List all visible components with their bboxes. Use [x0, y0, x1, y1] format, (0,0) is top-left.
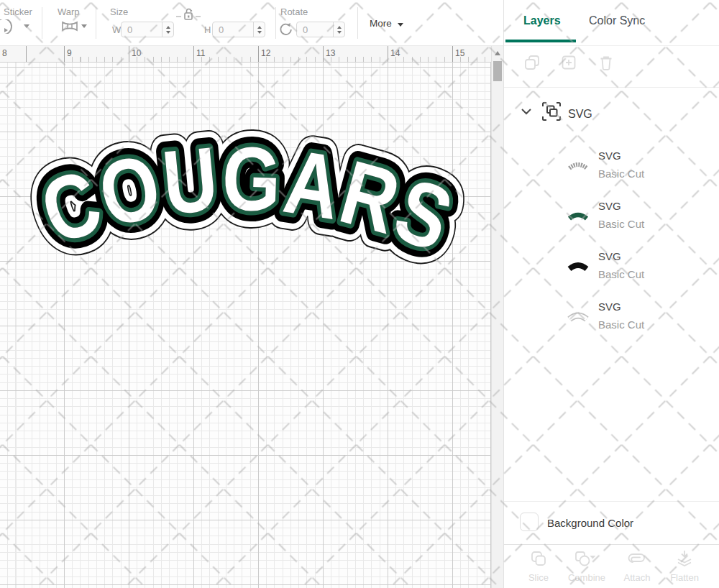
- more-caret-icon: [398, 23, 403, 27]
- attach-label: Attach: [612, 572, 662, 583]
- toolbar-separator: [357, 7, 358, 39]
- rotate-input[interactable]: 0: [296, 22, 345, 37]
- warp-icon[interactable]: [61, 19, 78, 32]
- size-section-label: Size: [110, 6, 128, 17]
- layers-panel: Layers Color Sync SVG SVG Basi: [503, 0, 719, 588]
- background-color-label: Background Color: [547, 517, 633, 529]
- duplicate-layer-icon[interactable]: [524, 55, 540, 70]
- flatten-button[interactable]: Flatten: [659, 550, 710, 583]
- horizontal-ruler: 8 9 10 11 12 13 14 15: [0, 46, 491, 63]
- slice-label: Slice: [513, 572, 564, 583]
- height-stepper[interactable]: [253, 22, 265, 37]
- height-label: H: [204, 24, 211, 35]
- layer-subtitle: Basic Cut: [598, 215, 644, 233]
- layer-title: SVG: [598, 197, 644, 215]
- layer-thumbnail-green-arc: [567, 208, 589, 222]
- combine-button[interactable]: Combine: [562, 550, 612, 583]
- slice-icon: [530, 550, 547, 567]
- attach-icon: [627, 550, 647, 567]
- add-layer-icon[interactable]: [561, 55, 577, 70]
- toolbar-separator: [96, 7, 96, 39]
- ruler-number: 13: [326, 48, 335, 58]
- flatten-icon: [675, 550, 694, 567]
- layer-thumbnail-text-arc: [567, 157, 589, 172]
- ruler-number: 12: [261, 48, 270, 58]
- toolbar-separator: [42, 7, 42, 39]
- rotate-stepper[interactable]: [333, 22, 344, 37]
- panel-tabs: Layers Color Sync: [504, 0, 719, 46]
- tab-layers[interactable]: Layers: [523, 14, 561, 27]
- ruler-number: 11: [196, 48, 205, 58]
- ruler-number: 8: [2, 48, 7, 58]
- panel-divider: [504, 87, 719, 88]
- flatten-label: Flatten: [659, 572, 710, 583]
- rotate-section-label: Rotate: [280, 6, 308, 17]
- warp-section-label: Warp: [58, 6, 80, 17]
- width-input[interactable]: 0: [121, 22, 174, 37]
- layer-row[interactable]: SVG Basic Cut: [504, 191, 719, 239]
- more-button[interactable]: More: [370, 18, 403, 29]
- attach-button[interactable]: Attach: [612, 550, 662, 583]
- layer-actions-bar: Slice Combine Attach Flatten: [504, 545, 719, 588]
- layer-thumbnail-white-arc: [567, 308, 589, 323]
- layer-row[interactable]: SVG Basic Cut: [504, 292, 719, 339]
- rotate-icon[interactable]: [278, 22, 293, 36]
- layer-thumbnail-black-arc: [567, 258, 589, 272]
- ruler-number: 9: [67, 48, 72, 58]
- scroll-up-arrow-icon[interactable]: [495, 51, 500, 55]
- sticker-style-icon[interactable]: [0, 19, 17, 34]
- height-input[interactable]: 0: [212, 22, 265, 37]
- slice-button[interactable]: Slice: [513, 550, 564, 583]
- collapse-chevron-icon[interactable]: [521, 107, 532, 116]
- tab-color-sync[interactable]: Color Sync: [589, 14, 645, 27]
- width-label: W: [112, 24, 121, 35]
- toolbar-separator: [275, 7, 276, 39]
- layer-row[interactable]: SVG Basic Cut: [504, 141, 719, 188]
- ruler-number: 10: [132, 48, 141, 58]
- layer-subtitle: Basic Cut: [598, 165, 644, 183]
- ruler-number: 14: [390, 48, 400, 58]
- top-toolbar: Sticker Warp Size W 0 H 0 Rotate 0 More: [0, 0, 503, 46]
- contour-button-clipped[interactable]: C: [707, 550, 719, 583]
- width-stepper[interactable]: [162, 22, 173, 37]
- background-color-swatch[interactable]: [520, 513, 539, 531]
- background-color-row[interactable]: Background Color: [504, 502, 719, 544]
- layer-subtitle: Basic Cut: [598, 265, 644, 283]
- canvas-vertical-scrollbar[interactable]: [491, 46, 503, 588]
- ruler-number: 15: [455, 48, 464, 58]
- scrollbar-thumb[interactable]: [493, 61, 502, 81]
- layer-subtitle: Basic Cut: [598, 316, 644, 334]
- width-value: 0: [122, 24, 162, 35]
- combine-icon: [574, 550, 600, 567]
- layer-group-row[interactable]: SVG: [504, 99, 719, 131]
- contour-label: C: [707, 572, 719, 583]
- combine-label: Combine: [562, 572, 612, 583]
- rotate-value: 0: [297, 24, 333, 35]
- sticker-caret-icon[interactable]: [24, 24, 29, 28]
- layer-title: SVG: [598, 298, 644, 316]
- dimension-unlock-icon[interactable]: [175, 7, 202, 22]
- group-label: SVG: [568, 105, 592, 123]
- active-tab-underline: [505, 40, 576, 42]
- more-label: More: [370, 18, 392, 29]
- group-select-icon: [541, 101, 562, 121]
- logo-white-letters: COUGARS: [29, 127, 466, 271]
- design-canvas[interactable]: COUGARS COUGARS COUGARS COUGARS COUGARS: [0, 63, 491, 588]
- warp-caret-icon[interactable]: [81, 24, 87, 28]
- height-value: 0: [213, 24, 253, 35]
- layer-title: SVG: [598, 247, 644, 265]
- sticker-section-label: Sticker: [4, 6, 32, 17]
- layer-row[interactable]: SVG Basic Cut: [504, 242, 719, 289]
- cougars-arched-logo[interactable]: COUGARS COUGARS COUGARS COUGARS COUGARS: [0, 63, 491, 588]
- delete-layer-icon[interactable]: [598, 55, 614, 70]
- layer-title: SVG: [598, 147, 644, 165]
